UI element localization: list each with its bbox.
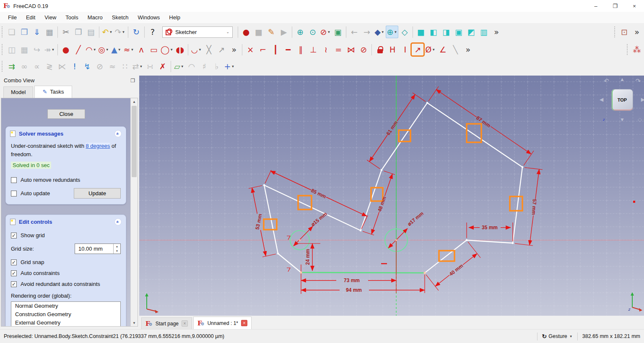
- sketch-polygon-button[interactable]: ◯▼: [160, 43, 174, 56]
- scrollbar-thumb[interactable]: [132, 106, 137, 177]
- sketch-bspline-dropdown[interactable]: ▼: [131, 48, 134, 52]
- sketch-bspline-button[interactable]: ≈▼: [122, 43, 135, 56]
- macro-play-button[interactable]: ▶: [278, 26, 290, 38]
- rendering-order-item[interactable]: Construction Geometry: [11, 310, 120, 319]
- constrain-diameter-button[interactable]: Ø▼: [424, 43, 436, 56]
- select-elements-constraints-button[interactable]: ∝: [31, 60, 43, 73]
- move-geometry-dropdown[interactable]: ▼: [140, 65, 143, 68]
- view-section-button[interactable]: ⊡: [618, 26, 631, 38]
- restore-button[interactable]: ❐: [605, 0, 625, 12]
- select-unconstrained-dof-button[interactable]: ⇉: [5, 60, 18, 73]
- grid-size-input[interactable]: 10.00 mm ▲ ▼: [75, 244, 121, 254]
- view-rear-button[interactable]: ▣: [452, 26, 465, 38]
- sketch-conic-dropdown[interactable]: ▼: [118, 48, 121, 52]
- remove-axes-alignment-button[interactable]: ✗: [156, 60, 169, 73]
- sketch-polyline-button[interactable]: ʌ: [135, 43, 148, 56]
- dim-57mm[interactable]: 57 mm: [531, 199, 538, 215]
- update-button[interactable]: Update: [74, 188, 121, 199]
- constrain-vertical-button[interactable]: ┃: [269, 43, 282, 56]
- collapse-solver-icon[interactable]: «: [114, 130, 122, 137]
- sketch-rectangle-button[interactable]: ▭: [148, 43, 160, 56]
- sketch-polygon-dropdown[interactable]: ▼: [170, 48, 173, 52]
- create-body-button[interactable]: ◫: [5, 43, 18, 56]
- switch-virtual-space-button[interactable]: ⁂: [631, 43, 643, 56]
- close-unnamed-document-icon[interactable]: ×: [241, 320, 247, 326]
- scroll-down-icon[interactable]: ▼: [131, 319, 138, 326]
- float-panel-icon[interactable]: ❐: [130, 78, 135, 84]
- make-sub-link-button[interactable]: ↠▼: [43, 43, 56, 56]
- constrain-diameter-dropdown[interactable]: ▼: [432, 48, 435, 52]
- textured-view-button[interactable]: ▣: [332, 26, 344, 38]
- menu-edit[interactable]: Edit: [21, 14, 40, 21]
- new-file-button[interactable]: ❏: [5, 26, 18, 38]
- make-link-button[interactable]: ↪: [31, 43, 43, 56]
- sketch-arc-dropdown[interactable]: ▼: [93, 48, 96, 52]
- navcube-up-icon[interactable]: ▲: [620, 76, 625, 82]
- auto-update-checkbox[interactable]: Auto update: [11, 190, 50, 196]
- view-bottom-button[interactable]: ◩: [465, 26, 478, 38]
- zoom-tool-button[interactable]: ⊕▼: [386, 26, 398, 38]
- geometry-overflow-button[interactable]: »: [228, 43, 240, 56]
- make-sub-link-dropdown[interactable]: ▼: [52, 48, 55, 52]
- tab-start-page[interactable]: F⚙ Start page ×: [141, 317, 192, 329]
- navcube-top-face[interactable]: TOP: [611, 89, 633, 111]
- constrain-horizontal-distance-button[interactable]: H: [386, 43, 399, 56]
- macro-stop-button[interactable]: ■: [252, 26, 265, 38]
- constrain-distance-button[interactable]: ↗: [411, 43, 424, 56]
- navigation-cube[interactable]: ↶ ↷ ▲ ▼ ◀ ▶ TOP z ◇▼: [600, 78, 644, 122]
- constrain-vertical-distance-button[interactable]: I: [399, 43, 411, 56]
- redo-dropdown[interactable]: ▼: [122, 30, 125, 34]
- sketch-arc-button[interactable]: ◠▼: [85, 43, 97, 56]
- constrain-parallel-button[interactable]: ∥: [294, 43, 307, 56]
- menu-macro[interactable]: Macro: [83, 14, 107, 21]
- macro-edit-button[interactable]: ✎: [265, 26, 278, 38]
- undo-button[interactable]: ↶▼: [101, 26, 114, 38]
- dim-94mm[interactable]: 94 mm: [346, 287, 362, 293]
- rendering-order-item[interactable]: Normal Geometry: [11, 302, 120, 310]
- sketch-canvas[interactable]: [139, 76, 644, 316]
- sketch-point-button[interactable]: ●: [60, 43, 72, 56]
- clipping-plane-button[interactable]: ⊘▼: [319, 26, 332, 38]
- bspline-convert-button[interactable]: ◠: [185, 60, 198, 73]
- constrain-block-button[interactable]: ⊘: [357, 43, 370, 56]
- tasks-scrollbar[interactable]: ▲ ▼: [130, 98, 138, 326]
- clone-geometry-button[interactable]: ≈: [106, 60, 119, 73]
- sketch-slot-button[interactable]: ◖◗: [174, 43, 186, 56]
- selected-bottom-edge[interactable]: [301, 272, 425, 273]
- rendering-order-list[interactable]: Normal GeometryConstruction GeometryExte…: [11, 301, 121, 326]
- fit-all-button[interactable]: ⊕: [294, 26, 306, 38]
- activate-constraint-button[interactable]: ↯: [81, 60, 93, 73]
- menu-file[interactable]: File: [3, 14, 21, 21]
- menu-windows[interactable]: Windows: [133, 14, 165, 21]
- nav-forward-button[interactable]: →: [361, 26, 373, 38]
- bspline-show-info-button[interactable]: ▱▼: [173, 60, 185, 73]
- print-button[interactable]: ▦: [43, 26, 56, 38]
- minimize-button[interactable]: –: [586, 0, 605, 12]
- rendering-order-item[interactable]: External Geometry: [11, 319, 120, 326]
- dof-link[interactable]: 8 degrees: [86, 143, 110, 149]
- view-home-button[interactable]: ◆▼: [373, 26, 386, 38]
- constrain-coincident-button[interactable]: ×: [244, 43, 257, 56]
- navcube-rotate-right-icon[interactable]: ↷: [635, 77, 641, 85]
- fit-selection-button[interactable]: ⊙: [306, 26, 319, 38]
- show-grid-checkbox[interactable]: Show grid: [11, 232, 121, 238]
- toolbar-overflow-1-button[interactable]: »: [490, 26, 503, 38]
- constrain-angle-button[interactable]: ∠: [436, 43, 449, 56]
- dim-24mm[interactable]: 24 mm: [305, 249, 311, 265]
- constrain-symmetric-button[interactable]: ⋈: [345, 43, 357, 56]
- constrain-tangent-button[interactable]: ≀: [319, 43, 332, 56]
- close-start-page-icon[interactable]: ×: [182, 320, 188, 327]
- copy-button[interactable]: ❐: [72, 26, 85, 38]
- sketch-fillet-dropdown[interactable]: ▼: [198, 48, 202, 52]
- constrain-point-on-object-button[interactable]: ⌐: [257, 43, 269, 56]
- tab-model[interactable]: Model: [3, 86, 33, 98]
- view-front-button[interactable]: ■: [415, 26, 427, 38]
- navcube-left-icon[interactable]: ◀: [600, 97, 603, 102]
- refresh-button[interactable]: ↻: [130, 26, 143, 38]
- create-group-button[interactable]: ▦: [18, 43, 31, 56]
- menu-view[interactable]: View: [40, 14, 61, 21]
- clipping-plane-dropdown[interactable]: ▼: [327, 30, 331, 34]
- constrain-lock-button[interactable]: [374, 43, 386, 56]
- view-left-button[interactable]: ▥: [478, 26, 490, 38]
- constrain-snell-button[interactable]: ╲: [449, 43, 462, 56]
